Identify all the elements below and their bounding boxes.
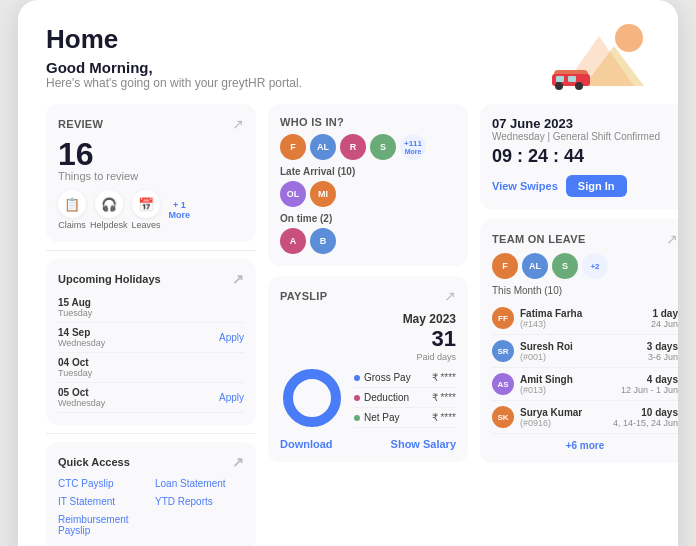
date-display: 07 June 2023 (492, 116, 678, 131)
quick-access-header: Quick Access ↗ (58, 454, 244, 470)
member-days-2: 3 days (647, 341, 678, 352)
holiday-row-4: 05 Oct Wednesday Apply (58, 383, 244, 413)
holiday-date-3: 04 Oct (58, 357, 92, 368)
payslip-panel: Payslip ↗ May 2023 31 Paid days (268, 276, 468, 462)
apply-link-4[interactable]: Apply (219, 392, 244, 403)
claims-icon-item[interactable]: 📋 Claims (58, 190, 86, 230)
team-arrow-icon: ↗ (666, 231, 678, 247)
sign-in-button[interactable]: Sign In (566, 175, 627, 197)
member-days-1: 1 day (651, 308, 678, 319)
svg-rect-8 (568, 76, 576, 82)
member-avatar-2: SR (492, 340, 514, 362)
review-sub-label: Things to review (58, 170, 244, 182)
more-number: + 1 (173, 200, 186, 210)
member-name-2: Suresh Roi (520, 341, 573, 352)
who-in-panel: Who is in? F AL R S +111 More Late Arriv… (268, 104, 468, 266)
net-pay-label: Net Pay (364, 412, 400, 423)
deduction-row: Deduction ₹ **** (354, 388, 456, 408)
svg-point-0 (615, 24, 643, 52)
show-salary-button[interactable]: Show Salary (391, 438, 456, 450)
qa-ctc-payslip[interactable]: CTC Payslip (58, 476, 147, 491)
net-pay-value: ₹ **** (432, 412, 456, 423)
pay-rows: Gross Pay ₹ **** Deduction ₹ **** Net Pa… (354, 368, 456, 428)
team-avatars-row: F AL S +2 (492, 253, 678, 279)
payslip-paid-days: 31 (403, 326, 456, 352)
time-display: 09 : 24 : 44 (492, 146, 678, 167)
view-swipes-button[interactable]: View Swipes (492, 180, 558, 192)
late-avatars: OL MI (280, 181, 456, 207)
member-id-4: (#0916) (520, 418, 582, 428)
on-time-label: On time (2) (280, 213, 456, 224)
gross-pay-value: ₹ **** (432, 372, 456, 383)
holiday-row-1: 15 Aug Tuesday (58, 293, 244, 323)
member-row-1: FF Fatima Farha (#143) 1 day 24 Jun (492, 302, 678, 335)
team-header: Team on leave ↗ (492, 231, 678, 247)
review-arrow-icon: ↗ (232, 116, 244, 132)
holidays-title: Upcoming Holidays (58, 273, 161, 285)
more-members-link[interactable]: +6 more (492, 440, 678, 451)
review-label: Review (58, 118, 103, 130)
qa-reimbursement[interactable]: Reimbursement Payslip (58, 512, 147, 538)
member-dates-3: 12 Jun - 1 Jun (621, 385, 678, 395)
middle-column: Who is in? F AL R S +111 More Late Arriv… (268, 104, 468, 546)
quick-access-grid: CTC Payslip Loan Statement IT Statement … (58, 476, 244, 538)
holiday-row-3: 04 Oct Tuesday (58, 353, 244, 383)
net-pay-dot (354, 415, 360, 421)
member-avatar-3: AS (492, 373, 514, 395)
holiday-day-3: Tuesday (58, 368, 92, 378)
qa-it-statement[interactable]: IT Statement (58, 494, 147, 509)
leaves-label: Leaves (132, 220, 161, 230)
holiday-row-2: 14 Sep Wednesday Apply (58, 323, 244, 353)
team-avatar-more[interactable]: +2 (582, 253, 608, 279)
this-month-label: This Month (10) (492, 285, 678, 296)
late-avatar-1: OL (280, 181, 306, 207)
date-actions: View Swipes Sign In (492, 175, 678, 197)
member-days-4: 10 days (613, 407, 678, 418)
review-count: 16 (58, 138, 244, 170)
member-name-4: Surya Kumar (520, 407, 582, 418)
svg-point-5 (555, 82, 563, 90)
member-id-2: (#001) (520, 352, 573, 362)
qa-loan-statement[interactable]: Loan Statement (155, 476, 244, 491)
left-column: Review ↗ 16 Things to review 📋 Claims 🎧 … (46, 104, 256, 546)
member-name-1: Fatima Farha (520, 308, 582, 319)
ontime-avatar-1: A (280, 228, 306, 254)
ontime-avatar-2: B (310, 228, 336, 254)
helpdesk-icon-item[interactable]: 🎧 Helpdesk (90, 190, 128, 230)
net-pay-row: Net Pay ₹ **** (354, 408, 456, 428)
download-button[interactable]: Download (280, 438, 333, 450)
quick-access-arrow-icon: ↗ (232, 454, 244, 470)
member-row-2: SR Suresh Roi (#001) 3 days 3-6 Jun (492, 335, 678, 368)
leaves-icon-item[interactable]: 📅 Leaves (132, 190, 161, 230)
date-panel: 07 June 2023 Wednesday | General Shift C… (480, 104, 678, 209)
divider-1 (46, 250, 256, 251)
member-info-1: FF Fatima Farha (#143) (492, 307, 582, 329)
avatar-4: S (370, 134, 396, 160)
qa-ytd-reports[interactable]: YTD Reports (155, 494, 244, 509)
team-avatar-2: AL (522, 253, 548, 279)
team-leave-panel: Team on leave ↗ F AL S +2 This Month (10… (480, 219, 678, 463)
member-id-3: (#013) (520, 385, 573, 395)
review-icons-row: 📋 Claims 🎧 Helpdesk 📅 Leaves + 1 More (58, 190, 244, 230)
payslip-paid-days-label: Paid days (403, 352, 456, 362)
team-leave-title: Team on leave (492, 233, 586, 245)
member-info-2: SR Suresh Roi (#001) (492, 340, 573, 362)
quick-access-panel: Quick Access ↗ CTC Payslip Loan Statemen… (46, 442, 256, 546)
donut-wrap: Gross Pay ₹ **** Deduction ₹ **** Net Pa… (280, 366, 456, 430)
more-count[interactable]: + 1 More (169, 200, 191, 220)
holiday-day-2: Wednesday (58, 338, 105, 348)
member-name-3: Amit Singh (520, 374, 573, 385)
apply-link-2[interactable]: Apply (219, 332, 244, 343)
payslip-month: May 2023 (403, 312, 456, 326)
team-avatar-1: F (492, 253, 518, 279)
review-panel: Review ↗ 16 Things to review 📋 Claims 🎧 … (46, 104, 256, 242)
member-dates-1: 24 Jun (651, 319, 678, 329)
claims-icon: 📋 (58, 190, 86, 218)
donut-chart (280, 366, 344, 430)
holiday-date-2: 14 Sep (58, 327, 105, 338)
who-in-title: Who is in? (280, 116, 344, 128)
avatar-more[interactable]: +111 More (400, 134, 426, 160)
quick-access-title: Quick Access (58, 456, 130, 468)
payslip-title: Payslip (280, 290, 327, 302)
team-avatar-3: S (552, 253, 578, 279)
